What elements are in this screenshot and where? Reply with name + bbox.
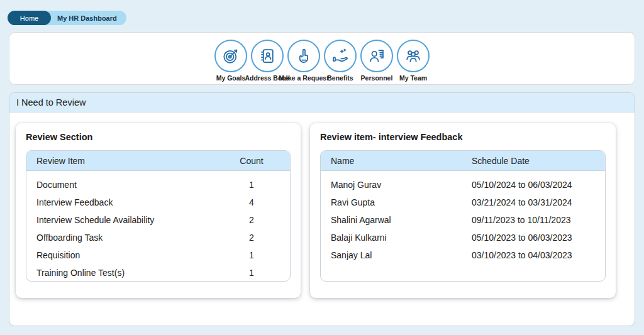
- review-detail-table: Name Schedule Date Manoj Gurav 05/10/202…: [320, 150, 606, 282]
- top-tab-bar: Home My HR Dashboard: [8, 11, 644, 25]
- quick-action-my-goals[interactable]: My Goals: [214, 40, 247, 84]
- benefits-hand-icon: [324, 40, 357, 72]
- review-section-card: Review Section Review Item Count Documen…: [16, 123, 301, 298]
- column-header-schedule-date: Schedule Date: [472, 156, 595, 166]
- request-hand-icon: [287, 40, 320, 72]
- schedule-date-cell: 09/11/2023 to 10/11/2023: [472, 215, 595, 225]
- review-section-table: Review Item Count Document 1 Interview F…: [26, 150, 291, 282]
- schedule-date-cell: 05/10/2023 to 06/03/2023: [472, 233, 595, 243]
- quick-action-make-a-request[interactable]: Make a Request: [287, 40, 320, 84]
- quick-action-benefits[interactable]: Benefits: [324, 40, 357, 84]
- count-cell: 1: [223, 250, 280, 260]
- address-book-icon: [251, 40, 284, 72]
- schedule-date-cell: 03/10/2023 to 04/03/2023: [472, 250, 595, 260]
- schedule-date-cell: 03/21/2024 to 03/31/2024: [472, 197, 595, 207]
- schedule-date-cell: 05/10/2024 to 06/03/2024: [472, 180, 595, 190]
- count-cell: 4: [223, 197, 280, 207]
- review-item-cell: Offboarding Task: [36, 233, 223, 243]
- personnel-icon: [360, 40, 393, 72]
- review-section-table-header: Review Item Count: [26, 151, 290, 171]
- name-cell: Manoj Gurav: [331, 180, 472, 190]
- need-to-review-body: Review Section Review Item Count Documen…: [9, 113, 635, 298]
- review-detail-table-body: Manoj Gurav 05/10/2024 to 06/03/2024 Rav…: [321, 171, 605, 264]
- review-item-cell: Interview Feedback: [36, 197, 223, 207]
- name-cell: Balaji Kulkarni: [331, 233, 472, 243]
- name-cell: Ravi Gupta: [331, 197, 472, 207]
- count-cell: 1: [223, 180, 280, 190]
- review-item-cell: Training Online Test(s): [36, 268, 223, 278]
- tab-my-hr-dashboard[interactable]: My HR Dashboard: [42, 11, 126, 25]
- table-row[interactable]: Requisition 1: [26, 246, 290, 264]
- table-row[interactable]: Manoj Gurav 05/10/2024 to 06/03/2024: [321, 176, 605, 194]
- quick-action-my-team[interactable]: My Team: [397, 40, 430, 84]
- quick-actions-card: My Goals Address Book Make a Request: [9, 32, 635, 85]
- team-icon: [397, 40, 430, 72]
- table-row[interactable]: Shalini Agarwal 09/11/2023 to 10/11/2023: [321, 211, 605, 229]
- need-to-review-panel: I Need to Review Review Section Review I…: [9, 92, 635, 326]
- review-section-table-body: Document 1 Interview Feedback 4 Intervie…: [26, 171, 290, 282]
- column-header-count: Count: [223, 156, 280, 166]
- quick-action-label: My Team: [399, 74, 427, 82]
- column-header-name: Name: [331, 156, 472, 166]
- quick-action-label: Make a Request: [279, 74, 328, 82]
- name-cell: Sanjay Lal: [331, 250, 472, 260]
- review-detail-title: Review item- interview Feedback: [320, 132, 606, 142]
- tab-home[interactable]: Home: [8, 11, 51, 25]
- table-row[interactable]: Interview Feedback 4: [26, 194, 290, 211]
- goals-target-icon: [214, 40, 247, 72]
- name-cell: Shalini Agarwal: [331, 215, 472, 225]
- table-row[interactable]: Balaji Kulkarni 05/10/2023 to 06/03/2023: [321, 229, 605, 246]
- count-cell: 2: [223, 233, 280, 243]
- review-item-cell: Requisition: [36, 250, 223, 260]
- count-cell: 1: [223, 268, 280, 278]
- table-row[interactable]: Offboarding Task 2: [26, 229, 290, 246]
- quick-action-label: Benefits: [327, 74, 353, 82]
- count-cell: 2: [223, 215, 280, 225]
- table-row[interactable]: Interview Schedule Availability 2: [26, 211, 290, 229]
- table-row[interactable]: Sanjay Lal 03/10/2023 to 04/03/2023: [321, 246, 605, 264]
- review-item-cell: Document: [36, 180, 223, 190]
- column-header-review-item: Review Item: [36, 156, 223, 166]
- quick-action-label: Personnel: [361, 74, 393, 82]
- table-row[interactable]: Document 1: [26, 176, 290, 194]
- table-row[interactable]: Ravi Gupta 03/21/2024 to 03/31/2024: [321, 194, 605, 211]
- review-detail-card: Review item- interview Feedback Name Sch…: [310, 123, 616, 298]
- need-to-review-header[interactable]: I Need to Review: [9, 93, 635, 113]
- table-row[interactable]: Training Online Test(s) 1: [26, 264, 290, 282]
- review-item-cell: Interview Schedule Availability: [36, 215, 223, 225]
- review-detail-table-header: Name Schedule Date: [321, 151, 605, 171]
- quick-action-personnel[interactable]: Personnel: [360, 40, 393, 84]
- review-section-title: Review Section: [26, 132, 291, 142]
- quick-action-label: My Goals: [216, 74, 246, 82]
